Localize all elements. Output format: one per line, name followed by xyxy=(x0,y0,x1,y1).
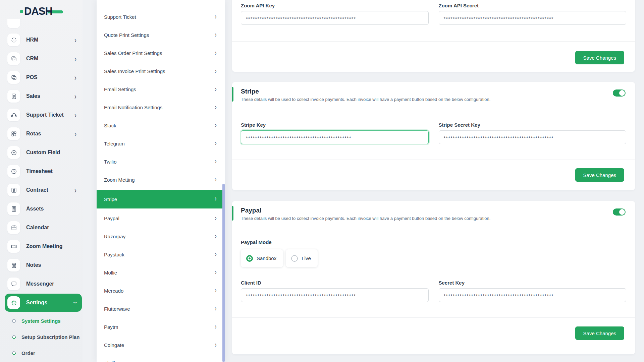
card-title: Paypal xyxy=(241,207,626,214)
chevron-right-icon: › xyxy=(74,130,76,138)
target-icon xyxy=(7,34,20,46)
video-icon xyxy=(7,240,20,253)
settings-nav-item-sales-order-print-settings[interactable]: Sales Order Print Settings› xyxy=(97,45,225,61)
settings-nav-item-label: Coingate xyxy=(104,342,124,348)
sidebar-item-hrm[interactable]: HRM› xyxy=(0,33,83,47)
chevron-right-icon: › xyxy=(215,341,217,349)
client-id-input[interactable]: ****************************************… xyxy=(241,288,429,302)
chevron-right-icon: › xyxy=(215,287,217,295)
sidebar-item-label: Rotas xyxy=(26,131,41,137)
zoom-api-secret-input[interactable]: ****************************************… xyxy=(439,11,627,25)
sidebar-item-label: Support Ticket xyxy=(26,112,64,118)
zoom-api-key-input[interactable]: ****************************************… xyxy=(241,11,429,25)
sidebar-subitem-system-settings[interactable]: System Settings xyxy=(0,317,83,325)
settings-nav-item-slack[interactable]: Slack› xyxy=(97,117,225,134)
chevron-right-icon: › xyxy=(215,359,217,362)
sidebar-subitem-label: Setup Subscription Plan xyxy=(21,334,79,340)
settings-nav-item-label: Sales Invoice Print Settings xyxy=(104,68,165,74)
settings-nav-item-paystack[interactable]: Paystack› xyxy=(97,246,225,263)
sidebar-item-notes[interactable]: Notes xyxy=(0,258,83,272)
settings-nav-item-skrill[interactable]: Skrill› xyxy=(97,355,225,362)
chevron-right-icon: › xyxy=(215,85,217,94)
chevron-right-icon: › xyxy=(215,214,217,223)
sidebar-item-pos[interactable]: POS› xyxy=(0,71,83,84)
chevron-right-icon: › xyxy=(74,92,76,100)
chevron-right-icon: › xyxy=(215,158,217,166)
save-button[interactable]: Save Changes xyxy=(575,51,624,64)
sidebar-item-timesheet[interactable]: Timesheet xyxy=(0,165,83,178)
sidebar-item-messenger[interactable]: Messenger xyxy=(0,277,83,291)
app-logo[interactable]: DASH xyxy=(20,5,63,17)
settings-nav-item-label: Zoom Metting xyxy=(104,177,135,183)
sidebar-subitem-label: Order xyxy=(21,350,35,356)
chevron-right-icon: › xyxy=(74,55,76,63)
settings-nav-item-flutterwave[interactable]: Flutterwave› xyxy=(97,301,225,317)
save-button[interactable]: Save Changes xyxy=(575,168,624,182)
settings-nav-item-email-notification-settings[interactable]: Email Notification Settings› xyxy=(97,99,225,116)
sidebar-item-contract[interactable]: Contract› xyxy=(0,183,83,197)
chevron-right-icon: › xyxy=(215,305,217,313)
sidebar-item-support-ticket[interactable]: Support Ticket› xyxy=(0,108,83,122)
sidebar-item-rotas[interactable]: Rotas› xyxy=(0,127,83,140)
settings-nav-item-quote-print-settings[interactable]: Quote Print Settings› xyxy=(97,27,225,43)
sidebar-item-crm[interactable]: CRM› xyxy=(0,52,83,65)
document-icon xyxy=(7,90,20,103)
secret-key-input[interactable]: ****************************************… xyxy=(439,288,627,302)
sidebar-item-zoom-meeting[interactable]: Zoom Meeting xyxy=(0,240,83,253)
chevron-right-icon: › xyxy=(215,139,217,148)
settings-nav-item-sales-invoice-print-settings[interactable]: Sales Invoice Print Settings› xyxy=(97,63,225,79)
stripe-enabled-toggle[interactable] xyxy=(613,89,626,97)
settings-nav-item-paytm[interactable]: Paytm› xyxy=(97,319,225,335)
stripe-secret-key-input[interactable]: ****************************************… xyxy=(439,130,627,144)
sidebar-menu: HRM›CRM›POS›Sales›Support Ticket›Rotas›C… xyxy=(0,33,83,296)
field-label: Secret Key xyxy=(439,280,627,286)
settings-nav-item-email-settings[interactable]: Email Settings› xyxy=(97,81,225,98)
settings-nav-item-stripe[interactable]: Stripe› xyxy=(97,190,225,208)
sidebar-item-settings[interactable]: Settings › xyxy=(5,294,82,312)
settings-nav-item-mercado[interactable]: Mercado› xyxy=(97,283,225,299)
settings-nav-item-razorpay[interactable]: Razorpay› xyxy=(97,228,225,245)
settings-nav-item-coingate[interactable]: Coingate› xyxy=(97,337,225,353)
paypal-mode-live[interactable]: Live xyxy=(286,249,318,267)
card-title: Stripe xyxy=(241,88,626,95)
calculator-icon xyxy=(7,202,20,215)
gear-icon xyxy=(7,296,20,309)
chevron-right-icon: › xyxy=(215,67,217,75)
settings-nav-item-telegram[interactable]: Telegram› xyxy=(97,135,225,152)
sidebar-item-assets[interactable]: Assets xyxy=(0,202,83,216)
sidebar-item-sales[interactable]: Sales› xyxy=(0,89,83,103)
sidebar-subitem-setup-subscription-plan[interactable]: Setup Subscription Plan xyxy=(0,333,83,341)
save-button[interactable]: Save Changes xyxy=(575,326,624,340)
sidebar-item-label: Custom Field xyxy=(26,149,60,156)
paypal-mode-sandbox[interactable]: Sandbox xyxy=(241,249,283,267)
sidebar-item-label: POS xyxy=(26,74,38,80)
panel-scrollbar-thumb[interactable] xyxy=(222,184,225,362)
chevron-right-icon: › xyxy=(215,268,217,277)
chevron-right-icon: › xyxy=(215,103,217,112)
chevron-right-icon: › xyxy=(215,176,217,184)
settings-nav-item-twilio[interactable]: Twilio› xyxy=(97,154,225,170)
chevron-right-icon: › xyxy=(215,121,217,130)
sidebar-subitem-order[interactable]: Order xyxy=(0,349,83,357)
sidebar-subitem-label: System Settings xyxy=(21,318,61,324)
stripe-key-input[interactable]: ****************************************… xyxy=(241,130,429,144)
settings-nav-item-label: Twilio xyxy=(104,159,117,165)
settings-nav-item-label: Paystack xyxy=(104,252,124,257)
save-icon xyxy=(7,184,20,196)
main-content: Zoom API Key ***************************… xyxy=(232,0,635,362)
field-label: Zoom API Key xyxy=(241,3,429,8)
settings-nav-item-mollie[interactable]: Mollie› xyxy=(97,264,225,281)
stripe-settings-card: Stripe These details will be used to col… xyxy=(232,82,635,190)
sidebar-item-custom-field[interactable]: Custom Field xyxy=(0,146,83,159)
settings-nav-item-paypal[interactable]: Paypal› xyxy=(97,210,225,227)
zoom-settings-card: Zoom API Key ***************************… xyxy=(232,0,635,72)
sidebar-item-calendar[interactable]: Calendar xyxy=(0,221,83,234)
settings-nav-item-zoom-metting[interactable]: Zoom Metting› xyxy=(97,172,225,188)
settings-nav-panel: Support Ticket›Quote Print Settings›Sale… xyxy=(97,0,225,362)
bullet-circle-icon xyxy=(11,350,16,355)
settings-submenu: System SettingsSetup Subscription PlanOr… xyxy=(0,317,83,362)
settings-nav-item-support-ticket[interactable]: Support Ticket› xyxy=(97,9,225,25)
field-label: Zoom API Secret xyxy=(439,3,627,8)
paypal-enabled-toggle[interactable] xyxy=(613,208,626,216)
card-description: These details will be used to collect in… xyxy=(241,216,626,221)
